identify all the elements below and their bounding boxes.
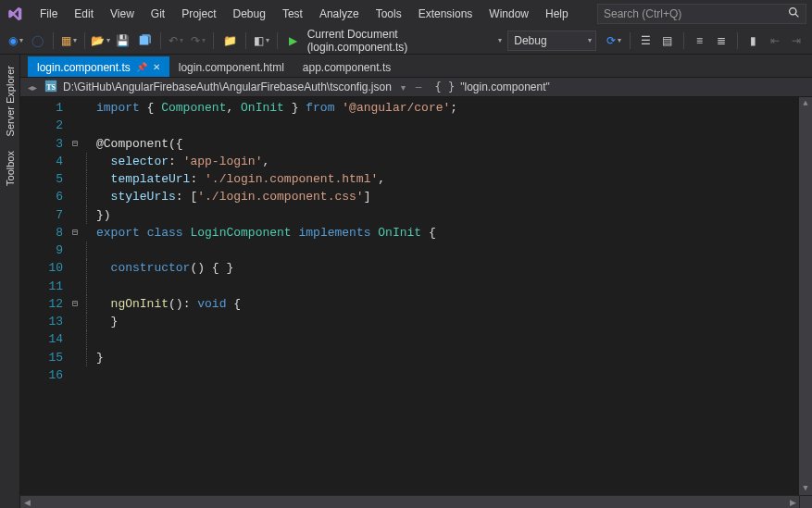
toolbox-tab[interactable]: Toolbox [5,143,16,193]
menu-project[interactable]: Project [173,3,224,25]
svg-text:TS: TS [46,82,56,91]
fold-toggle [69,117,81,134]
indent-guide-gutter [81,97,93,495]
main-toolbar: ◉ ◯ ▦ 📂 💾 ↶ ↷ 📁 ◧ ▶ Current Document (lo… [0,27,812,55]
nav-forward-button: ◯ [27,31,46,51]
fold-toggle [69,259,81,277]
menu-analyze[interactable]: Analyze [311,3,368,25]
vertical-scrollbar[interactable]: ▲ ▼ [799,97,812,495]
code-editor[interactable]: 12345678910111213141516 ⊟⊟⊟ import { Com… [20,97,812,495]
menu-help[interactable]: Help [537,3,577,25]
search-input[interactable] [604,7,788,20]
align-left-button[interactable]: ☰ [636,31,656,51]
tab-label: app.component.ts [303,61,391,74]
fold-toggle [69,188,81,205]
svg-line-1 [795,14,798,17]
editor-tabbar: login.component.ts📌✕login.component.html… [20,55,812,77]
close-icon[interactable]: ✕ [153,62,160,72]
start-debug-button[interactable]: ▶ [283,31,303,51]
separator [630,32,631,49]
svg-point-0 [790,7,796,14]
tab-login-component-ts[interactable]: login.component.ts📌✕ [28,56,169,77]
startup-target[interactable]: Current Document (login.component.ts) [306,31,506,51]
separator [737,32,738,49]
nav-back-button[interactable]: ◉ [6,31,25,51]
menu-file[interactable]: File [31,3,66,25]
menu-window[interactable]: Window [481,3,537,25]
file-path[interactable]: D:\GitHub\AngularFirebaseAuth\AngularFir… [63,81,392,93]
menu-edit[interactable]: Edit [66,3,102,25]
next-bookmark-button: ⇥ [786,31,806,51]
tab-app-component-ts[interactable]: app.component.ts [294,56,400,77]
solution-config-select[interactable]: Debug [507,31,596,51]
braces-icon: { } [435,81,456,93]
line-number-gutter: 12345678910111213141516 [20,97,69,495]
menu-bar: FileEditViewGitProjectDebugTestAnalyzeTo… [0,0,812,27]
member-selector[interactable]: "login.component" [460,81,550,93]
splitter-handle[interactable] [799,496,812,509]
new-project-button[interactable]: ▦ [59,31,79,51]
editor-navbar: ◂▸ TS D:\GitHub\AngularFirebaseAuth\Angu… [20,77,812,97]
redo-button: ↷ [188,31,207,51]
prev-bookmark-button: ⇤ [765,31,784,51]
scroll-left-icon[interactable]: ◀ [20,498,33,507]
menu-tools[interactable]: Tools [368,3,410,25]
pin-icon[interactable]: 📌 [136,62,147,72]
fold-toggle [69,206,81,224]
fold-toggle [69,99,81,117]
show-in-explorer-button[interactable]: 📁 [219,31,239,51]
separator [160,32,161,49]
fold-toggle[interactable]: ⊟ [69,135,81,153]
menu-view[interactable]: View [102,3,143,25]
undo-button: ↶ [167,31,186,51]
nav-left-icon[interactable]: ◂▸ [26,82,39,93]
tab-label: login.component.ts [37,61,131,74]
scroll-up-icon[interactable]: ▲ [803,97,807,110]
quick-search[interactable] [597,4,806,24]
fold-toggle[interactable]: ⊟ [69,295,81,313]
fold-toggle [69,313,81,330]
format-doc-button[interactable]: ▤ [657,31,677,51]
tool-windows-strip: Server Explorer Toolbox [0,55,20,508]
comment-button[interactable]: ≡ [690,31,709,51]
search-icon [788,6,800,21]
separator [213,32,214,49]
code-content[interactable]: import { Component, OnInit } from '@angu… [93,97,799,495]
separator [683,32,684,49]
path-dropdown-icon[interactable]: ▾ [397,82,410,93]
solution-platforms-button[interactable]: ◧ [252,31,271,51]
bookmark-button[interactable]: ▮ [743,31,763,51]
tab-login-component-html[interactable]: login.component.html [169,56,294,77]
separator [277,32,278,49]
separator [245,32,246,49]
ts-file-icon: TS [44,80,57,95]
fold-toggle [69,330,81,348]
fold-toggle[interactable]: ⊟ [69,224,81,242]
menu-extensions[interactable]: Extensions [410,3,481,25]
menu-debug[interactable]: Debug [225,3,274,25]
fold-toggle [69,242,81,259]
open-file-button[interactable]: 📂 [91,31,110,51]
browser-link-button[interactable]: ⟳ [604,31,623,51]
fold-toggle [69,278,81,295]
menu-test[interactable]: Test [274,3,311,25]
separator [84,32,85,49]
menu-git[interactable]: Git [143,3,173,25]
horizontal-scrollbar[interactable]: ◀ ▶ [20,495,812,508]
fold-gutter[interactable]: ⊟⊟⊟ [69,97,81,495]
uncomment-button[interactable]: ≣ [711,31,731,51]
fold-toggle [69,153,81,170]
scroll-right-icon[interactable]: ▶ [786,498,799,507]
fold-toggle [69,366,81,384]
tab-label: login.component.html [179,61,284,74]
scroll-down-icon[interactable]: ▼ [803,482,807,495]
server-explorer-tab[interactable]: Server Explorer [5,58,16,143]
fold-toggle [69,349,81,366]
fold-toggle [69,170,81,188]
save-all-button[interactable] [134,31,154,51]
vs-logo-icon [6,5,24,23]
separator [53,32,54,49]
save-button[interactable]: 💾 [113,31,132,51]
